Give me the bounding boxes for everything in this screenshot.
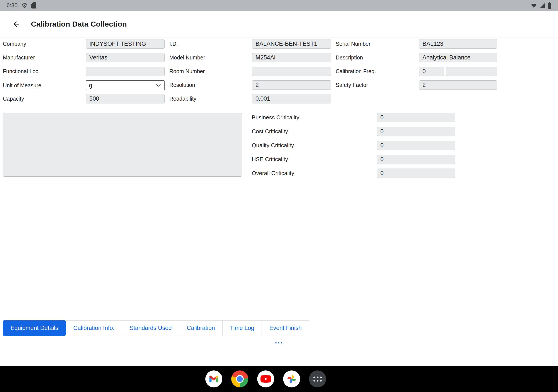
form-row: Model Number (169, 53, 331, 62)
calibration-freq-cell (419, 67, 497, 76)
form-column-1: Company Manufacturer Functional Loc. Uni… (3, 39, 165, 108)
id-input[interactable] (252, 39, 331, 49)
tab-calibration[interactable]: Calibration (179, 320, 223, 336)
hse-criticality-label: HSE Criticality (252, 156, 377, 163)
quality-criticality-input[interactable] (377, 141, 455, 150)
description-label: Description (336, 54, 419, 61)
app-drawer-dots (314, 376, 322, 382)
tab-event-finish[interactable]: Event Finish (262, 320, 309, 336)
company-label: Company (3, 41, 86, 47)
form-row: Calibration Freq. (336, 67, 497, 76)
manufacturer-label: Manufacturer (3, 54, 86, 61)
notes-textarea[interactable] (3, 113, 242, 177)
business-criticality-label: Business Criticality (252, 114, 377, 121)
page-title: Calibration Data Collection (31, 11, 127, 37)
app-drawer-icon[interactable] (309, 370, 326, 387)
youtube-icon[interactable] (257, 370, 274, 387)
readability-label: Readability (169, 96, 252, 102)
capacity-label: Capacity (3, 96, 86, 102)
business-criticality-input[interactable] (377, 113, 455, 122)
form-column-2: I.D. Model Number Room Number Resolution… (169, 39, 331, 108)
tabs-overflow-button[interactable]: ... (275, 337, 283, 345)
tab-calibration-info[interactable]: Calibration Info. (66, 320, 122, 336)
form-row: Readability (169, 94, 331, 103)
form-row: Quality Criticality (252, 141, 455, 150)
arrow-back-icon (12, 20, 20, 28)
chrome-center-dot (237, 376, 243, 382)
form-row: I.D. (169, 39, 331, 49)
description-input[interactable] (419, 53, 497, 62)
status-bar-left: 6:30 ⚙ (7, 2, 36, 9)
capacity-input[interactable] (86, 94, 165, 103)
dock-icons (205, 366, 326, 392)
form-row: Unit of Measure g (3, 80, 165, 90)
form-row: Resolution (169, 80, 331, 90)
battery-icon (548, 2, 551, 9)
cost-criticality-label: Cost Criticality (252, 128, 377, 135)
form-column-3: Serial Number Description Calibration Fr… (336, 39, 497, 94)
calibration-freq-unit-input[interactable] (446, 67, 497, 76)
unit-of-measure-select[interactable]: g (86, 80, 165, 90)
form-row: Room Number (169, 67, 331, 76)
hse-criticality-input[interactable] (377, 155, 455, 164)
tab-time-log[interactable]: Time Log (222, 320, 262, 336)
id-label: I.D. (169, 41, 252, 47)
back-button[interactable] (9, 11, 24, 37)
cellular-signal-icon (539, 2, 546, 9)
form-row: Company (3, 39, 165, 49)
wifi-icon (531, 2, 537, 9)
overall-criticality-input[interactable] (377, 169, 455, 178)
status-bar-right (531, 2, 551, 9)
form-row: Cost Criticality (252, 127, 455, 136)
taskbar-dock (0, 366, 558, 392)
functional-loc-input[interactable] (86, 67, 165, 76)
status-bar: 6:30 ⚙ (0, 0, 558, 11)
tab-equipment-details[interactable]: Equipment Details (3, 320, 66, 336)
form-row: Overall Criticality (252, 169, 455, 178)
settings-gear-icon: ⚙ (22, 2, 27, 9)
serial-number-input[interactable] (419, 39, 497, 49)
unit-of-measure-value: g (89, 82, 92, 89)
manufacturer-input[interactable] (86, 53, 165, 62)
serial-number-label: Serial Number (336, 41, 419, 47)
form-row: Capacity (3, 94, 165, 103)
form-row: Safety Factor (336, 80, 497, 90)
form-row: Manufacturer (3, 53, 165, 62)
form-row: HSE Criticality (252, 155, 455, 164)
chevron-down-icon (156, 84, 161, 87)
calibration-freq-label: Calibration Freq. (336, 68, 419, 75)
safety-factor-input[interactable] (419, 80, 497, 90)
app-header: Calibration Data Collection (0, 11, 558, 37)
chrome-ring (236, 375, 244, 383)
tab-standards-used[interactable]: Standards Used (122, 320, 179, 336)
criticality-section: Business Criticality Cost Criticality Qu… (252, 113, 455, 182)
model-number-input[interactable] (252, 53, 331, 62)
room-number-label: Room Number (169, 68, 252, 75)
resolution-input[interactable] (252, 80, 331, 90)
form-row: Business Criticality (252, 113, 455, 122)
company-input[interactable] (86, 39, 165, 49)
room-number-input[interactable] (252, 67, 331, 76)
resolution-label: Resolution (169, 82, 252, 88)
functional-loc-label: Functional Loc. (3, 68, 86, 75)
tab-bar: Equipment Details Calibration Info. Stan… (3, 320, 309, 336)
model-number-label: Model Number (169, 54, 252, 61)
chrome-icon[interactable] (231, 370, 248, 387)
gmail-icon[interactable] (205, 370, 222, 387)
safety-factor-label: Safety Factor (336, 82, 419, 88)
form-row: Functional Loc. (3, 67, 165, 76)
overall-criticality-label: Overall Criticality (252, 170, 377, 177)
sd-card-icon (31, 2, 36, 9)
form-row: Description (336, 53, 497, 62)
readability-input[interactable] (252, 94, 331, 103)
calibration-freq-input[interactable] (419, 67, 444, 76)
photos-icon[interactable] (283, 370, 300, 387)
form-row: Serial Number (336, 39, 497, 49)
quality-criticality-label: Quality Criticality (252, 142, 377, 149)
unit-of-measure-label: Unit of Measure (3, 82, 86, 89)
cost-criticality-input[interactable] (377, 127, 455, 136)
android-screen: 6:30 ⚙ Calibration Data Collection (0, 0, 558, 392)
status-time: 6:30 (7, 2, 18, 9)
